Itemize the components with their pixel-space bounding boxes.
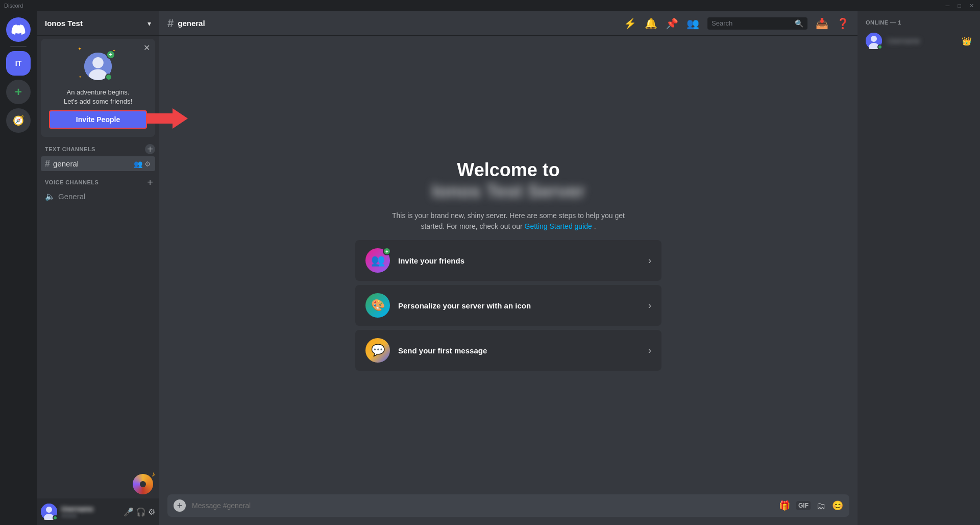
invite-friends-label: Invite your friends — [398, 256, 640, 265]
text-channels-title: TEXT CHANNELS — [45, 146, 95, 152]
chevron-down-icon: ▾ — [148, 19, 151, 28]
welcome-header: Welcome to Ionos Test Server — [432, 159, 584, 202]
voice-channels-section: VOICE CHANNELS + 🔈 General — [37, 175, 159, 203]
server-list: IT + 🧭 — [0, 11, 37, 525]
first-message-card[interactable]: 💬 Send your first message › — [355, 330, 662, 371]
voice-channel-general[interactable]: 🔈 General — [41, 189, 155, 203]
top-hash-icon: # — [167, 17, 174, 30]
channel-hash-icon: # — [45, 158, 50, 169]
message-input-box: + 🎁 GIF 🗂 😊 — [167, 494, 849, 517]
invite-people-button[interactable]: Invite People — [49, 110, 147, 129]
speaker-icon: 🔈 — [45, 192, 55, 201]
invite-friends-icon: 👥 + — [365, 248, 390, 273]
personalize-card[interactable]: 🎨 Personalize your server with an icon › — [355, 285, 662, 326]
sticker-icon[interactable]: 🗂 — [817, 500, 826, 511]
getting-started-link[interactable]: Getting Started guide — [525, 222, 592, 230]
server-it-label: IT — [15, 59, 21, 67]
emoji-icon[interactable]: 😊 — [832, 500, 843, 511]
text-channels-section: TEXT CHANNELS + # general 👥 ⚙ — [37, 142, 159, 171]
user-info: Username #0000 — [61, 505, 119, 519]
search-placeholder: Search — [712, 19, 791, 27]
invite-member-icon[interactable]: 👥 — [134, 160, 142, 168]
notifications-icon[interactable]: 🔔 — [645, 17, 657, 30]
personalize-label: Personalize your server with an icon — [398, 301, 640, 310]
headset-button[interactable]: 🎧 — [136, 507, 146, 517]
maximize-button[interactable]: □ — [955, 3, 963, 9]
welcome-title: Welcome to — [432, 159, 584, 181]
top-bar: # general ⚡ 🔔 📌 👥 Search 🔍 📥 ❓ — [159, 11, 857, 36]
message-tools: 🎁 GIF 🗂 😊 — [779, 500, 843, 511]
search-icon: 🔍 — [795, 19, 803, 28]
channel-icons: 👥 ⚙ — [134, 160, 151, 168]
svg-point-5 — [46, 507, 52, 513]
star-deco-1: ✦ — [78, 46, 82, 52]
svg-point-8 — [871, 36, 877, 42]
server-boost-icon[interactable]: ⚡ — [624, 17, 636, 30]
channel-title: # general — [167, 17, 618, 30]
message-add-button[interactable]: + — [174, 499, 186, 512]
right-sidebar: ONLINE — 1 Username 👑 — [857, 11, 980, 525]
username: Username — [61, 505, 119, 513]
server-icon-explore[interactable]: 🧭 — [6, 108, 31, 133]
title-bar-title: Discord — [4, 3, 23, 9]
server-icon-it[interactable]: IT — [6, 51, 31, 76]
voice-channel-name: General — [58, 192, 151, 201]
member-name: Username — [887, 37, 957, 45]
help-icon[interactable]: ❓ — [837, 17, 849, 30]
invite-button-container: Invite People — [49, 110, 147, 129]
channel-sidebar: Ionos Test ▾ ✕ ✦ ✦ ✦ + — [37, 11, 159, 525]
user-tag: #0000 — [61, 513, 119, 519]
message-input-field[interactable] — [192, 502, 773, 510]
popup-text-1: An adventure begins. — [64, 88, 132, 97]
gift-icon[interactable]: 🎁 — [779, 500, 790, 511]
pinned-messages-icon[interactable]: 📌 — [666, 17, 678, 30]
server-divider — [10, 46, 27, 47]
add-voice-channel-button[interactable]: + — [145, 177, 155, 187]
channel-list: TEXT CHANNELS + # general 👥 ⚙ VOICE CHAN… — [37, 138, 159, 498]
gif-button[interactable]: GIF — [796, 501, 811, 510]
personalize-chevron-icon: › — [648, 300, 651, 311]
music-widget[interactable]: ♪ — [133, 474, 153, 494]
title-bar-controls: ─ □ ✕ — [944, 3, 976, 9]
add-text-channel-button[interactable]: + — [145, 144, 155, 154]
svg-point-1 — [92, 57, 104, 68]
channel-settings-icon[interactable]: ⚙ — [144, 160, 151, 168]
minimize-button[interactable]: ─ — [944, 3, 952, 9]
channel-item-general[interactable]: # general 👥 ⚙ — [41, 156, 155, 171]
mic-button[interactable]: 🎤 — [124, 507, 134, 517]
explore-icon: 🧭 — [13, 115, 24, 126]
online-section-title: ONLINE — 1 — [862, 19, 976, 26]
music-note-icon: ♪ — [152, 470, 155, 478]
close-button[interactable]: ✕ — [967, 3, 976, 9]
invite-badge: + — [383, 247, 391, 255]
welcome-description: This is your brand new, shiny server. He… — [381, 210, 636, 232]
member-item[interactable]: Username 👑 — [862, 30, 976, 52]
server-header[interactable]: Ionos Test ▾ — [37, 11, 159, 36]
first-message-chevron-icon: › — [648, 345, 651, 356]
invite-chevron-icon: › — [648, 255, 651, 266]
popup-avatar-container: ✦ ✦ ✦ + — [83, 51, 113, 82]
inbox-icon[interactable]: 📥 — [816, 17, 828, 30]
popup-message: An adventure begins. Let's add some frie… — [64, 88, 132, 106]
voice-channels-title: VOICE CHANNELS — [45, 179, 99, 185]
member-list-icon[interactable]: 👥 — [687, 17, 699, 30]
action-cards: 👥 + Invite your friends › 🎨 Personalize … — [355, 240, 662, 371]
first-message-label: Send your first message — [398, 346, 640, 355]
welcome-server-name: Ionos Test Server — [432, 181, 584, 202]
voice-channels-header[interactable]: VOICE CHANNELS + — [37, 175, 159, 189]
server-icon-home[interactable] — [6, 17, 31, 42]
top-bar-actions: ⚡ 🔔 📌 👥 Search 🔍 📥 ❓ — [624, 17, 849, 30]
avatar-plus-badge: + — [106, 50, 115, 59]
main-content: # general ⚡ 🔔 📌 👥 Search 🔍 📥 ❓ Welcome — [159, 11, 857, 525]
server-icon-add[interactable]: + — [6, 80, 31, 104]
user-controls: 🎤 🎧 ⚙ — [124, 507, 155, 517]
personalize-icon: 🎨 — [365, 293, 390, 318]
text-channels-header[interactable]: TEXT CHANNELS + — [37, 142, 159, 156]
search-bar[interactable]: Search 🔍 — [707, 17, 807, 30]
user-settings-button[interactable]: ⚙ — [148, 507, 155, 517]
top-channel-name: general — [178, 19, 205, 28]
popup-close-button[interactable]: ✕ — [143, 43, 150, 53]
user-avatar — [41, 504, 57, 520]
invite-friends-card[interactable]: 👥 + Invite your friends › — [355, 240, 662, 281]
member-status-dot — [877, 44, 883, 50]
